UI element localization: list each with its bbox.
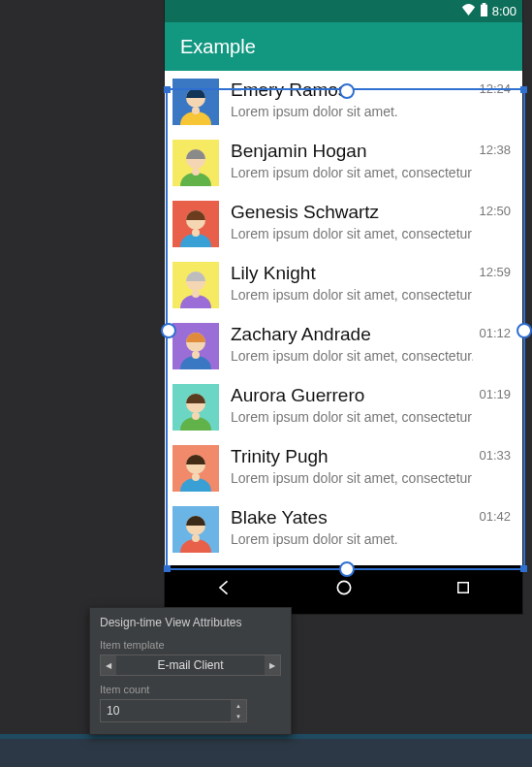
message-preview: Lorem ipsum dolor sit amet, consectetur: [231, 409, 473, 425]
message-preview: Lorem ipsum dolor sit amet, consectetur: [231, 470, 473, 486]
contact-name: Blake Yates: [231, 508, 473, 528]
contact-name: Lily Knight: [231, 264, 473, 284]
item-template-selector[interactable]: ◀ E-mail Client ▶: [100, 655, 281, 676]
count-up-button[interactable]: ▲: [231, 700, 246, 711]
avatar: [172, 79, 219, 125]
template-prev-button[interactable]: ◀: [101, 655, 116, 675]
message-preview: Lorem ipsum dolor sit amet, consectetur: [231, 165, 473, 180]
item-count-label: Item count: [100, 684, 281, 695]
nav-home-icon[interactable]: [334, 578, 354, 601]
list-item[interactable]: Genesis SchwartzLorem ipsum dolor sit am…: [165, 193, 522, 254]
list-item[interactable]: Blake YatesLorem ipsum dolor sit amet.01…: [165, 498, 522, 559]
timestamp: 01:42: [473, 509, 511, 524]
device-frame: 8:00 Example Emery RamosLorem ipsum dolo…: [165, 0, 522, 614]
timestamp: 12:50: [473, 204, 511, 218]
list-item[interactable]: Zachary AndradeLorem ipsum dolor sit ame…: [165, 315, 522, 376]
template-next-button[interactable]: ▶: [265, 655, 280, 675]
design-time-attributes-popup[interactable]: Design-time View Attributes Item templat…: [89, 607, 292, 735]
email-list[interactable]: Emery RamosLorem ipsum dolor sit amet.12…: [165, 71, 522, 565]
timestamp: 01:33: [473, 448, 511, 463]
contact-name: Genesis Schwartz: [231, 203, 473, 223]
svg-point-2: [192, 107, 200, 114]
avatar: [172, 323, 219, 369]
avatar: [172, 384, 219, 431]
timestamp: 01:12: [473, 326, 511, 340]
avatar: [172, 262, 219, 308]
timestamp: 01:19: [473, 387, 511, 401]
contact-name: Benjamin Hogan: [231, 142, 473, 162]
list-item[interactable]: Emery RamosLorem ipsum dolor sit amet.12…: [165, 71, 522, 132]
list-item[interactable]: Benjamin HoganLorem ipsum dolor sit amet…: [165, 132, 522, 193]
message-preview: Lorem ipsum dolor sit amet.: [231, 531, 473, 547]
svg-rect-28: [458, 583, 469, 593]
app-title: Example: [180, 36, 256, 58]
svg-point-27: [338, 581, 351, 593]
svg-point-5: [192, 168, 200, 176]
timestamp: 12:24: [473, 81, 511, 96]
nav-back-icon[interactable]: [215, 578, 235, 601]
list-item[interactable]: Trinity PughLorem ipsum dolor sit amet, …: [165, 437, 522, 498]
battery-icon: [480, 3, 488, 19]
contact-name: Zachary Andrade: [231, 325, 473, 345]
avatar: [172, 140, 219, 186]
avatar: [172, 445, 219, 492]
wifi-icon: [461, 4, 476, 18]
svg-point-20: [192, 473, 200, 481]
message-preview: Lorem ipsum dolor sit amet, consectetur: [231, 226, 473, 241]
svg-point-8: [192, 229, 200, 237]
message-preview: Lorem ipsum dolor sit amet.: [231, 104, 473, 119]
item-count-value: 10: [101, 700, 231, 721]
item-count-input[interactable]: 10 ▲ ▼: [100, 699, 247, 722]
count-down-button[interactable]: ▼: [231, 711, 246, 721]
status-bar: 8:00: [165, 0, 522, 22]
message-preview: Lorem ipsum dolor sit amet, consectetur.: [231, 348, 473, 364]
item-template-label: Item template: [100, 639, 281, 651]
contact-name: Emery Ramos: [231, 80, 473, 101]
avatar: [172, 506, 219, 553]
contact-name: Aurora Guerrero: [231, 386, 473, 406]
popup-title: Design-time View Attributes: [100, 616, 281, 629]
contact-name: Trinity Pugh: [231, 447, 473, 467]
avatar: [172, 201, 219, 247]
status-time: 8:00: [492, 4, 516, 18]
timestamp: 12:38: [473, 143, 511, 157]
ide-footer-stripe: [0, 734, 532, 767]
list-item[interactable]: Aurora GuerreroLorem ipsum dolor sit ame…: [165, 376, 522, 437]
svg-point-14: [192, 351, 200, 359]
svg-point-23: [192, 534, 200, 542]
nav-recent-icon[interactable]: [454, 579, 472, 600]
svg-point-11: [192, 290, 200, 298]
message-preview: Lorem ipsum dolor sit amet, consectetur: [231, 287, 473, 303]
timestamp: 12:59: [473, 265, 511, 279]
app-bar: Example: [165, 22, 522, 71]
svg-point-17: [192, 412, 200, 420]
list-item[interactable]: Lily KnightLorem ipsum dolor sit amet, c…: [165, 254, 522, 315]
template-value: E-mail Client: [116, 655, 265, 675]
